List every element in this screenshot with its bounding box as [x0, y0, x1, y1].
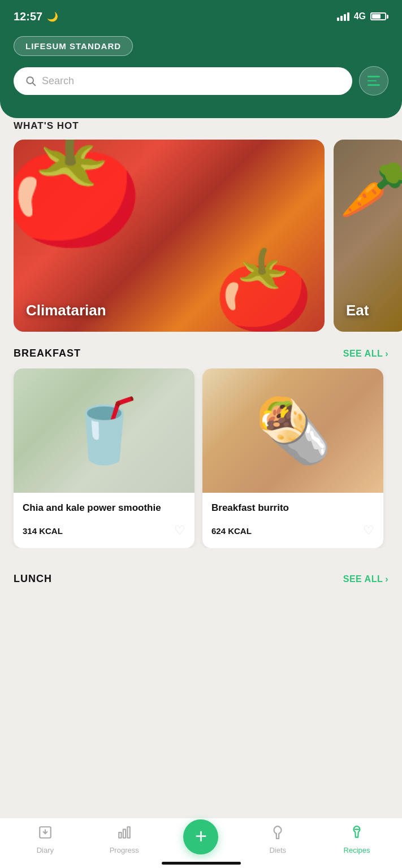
lunch-header: LUNCH SEE ALL › [0, 557, 402, 594]
hot-card-climatarian[interactable]: Climatarian [14, 140, 325, 332]
burrito-kcal: 624 KCAL [211, 526, 252, 536]
search-row: Search [14, 66, 388, 96]
lunch-see-all[interactable]: SEE ALL › [343, 574, 388, 584]
diets-icon [270, 825, 285, 844]
lunch-see-all-text: SEE ALL [343, 574, 383, 584]
status-time: 12:57 [14, 10, 42, 23]
breakfast-recipes-grid: Chia and kale power smoothie 314 KCAL ♡ … [0, 368, 402, 548]
signal-bar-1 [337, 18, 339, 21]
nav-item-diary[interactable]: Diary [25, 825, 65, 854]
status-icons: 4G [337, 11, 388, 21]
signal-bar-2 [340, 16, 343, 21]
search-placeholder: Search [42, 75, 74, 87]
smoothie-info: Chia and kale power smoothie 314 KCAL ♡ [14, 493, 194, 548]
smoothie-meta: 314 KCAL ♡ [23, 523, 185, 538]
smoothie-kcal: 314 KCAL [23, 526, 63, 536]
bottom-nav: Diary Progress + Diets [0, 818, 402, 868]
recipe-card-smoothie[interactable]: Chia and kale power smoothie 314 KCAL ♡ [14, 368, 194, 548]
breakfast-see-all-chevron: › [385, 349, 388, 359]
plan-badge-text: LIFESUM STANDARD [25, 41, 121, 51]
lunch-see-all-chevron: › [385, 574, 388, 584]
recipes-label: Recipes [344, 846, 370, 854]
diary-icon [38, 825, 53, 844]
svg-rect-6 [127, 827, 129, 838]
status-bar: 12:57 🌙 4G [0, 0, 402, 31]
search-bar[interactable]: Search [14, 67, 352, 95]
add-icon: + [195, 826, 207, 847]
plan-badge[interactable]: LIFESUM STANDARD [14, 36, 133, 56]
signal-bar-3 [344, 14, 346, 21]
header: LIFESUM STANDARD Search [0, 31, 402, 118]
diets-label: Diets [269, 846, 286, 854]
nav-item-progress[interactable]: Progress [105, 825, 144, 854]
svg-rect-4 [119, 832, 121, 838]
menu-icon [368, 76, 380, 86]
nav-item-diets[interactable]: Diets [258, 825, 297, 854]
eat-label: Eat [346, 302, 369, 319]
climatarian-label: Climatarian [26, 302, 106, 319]
battery-icon [370, 12, 388, 20]
signal-bars [337, 12, 349, 21]
hot-card-eat[interactable]: Eat [334, 140, 402, 332]
smoothie-heart[interactable]: ♡ [174, 523, 185, 538]
burrito-info: Breakfast burrito 624 KCAL ♡ [202, 493, 383, 548]
whats-hot-scroll: Climatarian Eat [0, 140, 402, 332]
lunch-title: LUNCH [14, 573, 52, 585]
burrito-image [202, 368, 383, 493]
svg-line-1 [33, 83, 36, 86]
breakfast-title: BREAKFAST [14, 348, 81, 359]
burrito-heart[interactable]: ♡ [363, 523, 374, 538]
add-button[interactable]: + [183, 819, 218, 854]
recipes-icon [349, 825, 364, 844]
moon-icon: 🌙 [47, 11, 58, 22]
progress-icon [117, 825, 132, 844]
breakfast-header: BREAKFAST SEE ALL › [0, 332, 402, 368]
home-indicator [162, 862, 241, 865]
smoothie-name: Chia and kale power smoothie [23, 502, 185, 514]
bottom-spacer [0, 594, 402, 662]
burrito-meta: 624 KCAL ♡ [211, 523, 374, 538]
progress-label: Progress [110, 846, 139, 854]
search-icon [25, 75, 36, 86]
main-content: WHAT'S HOT Climatarian Eat BREAKFAST SEE… [0, 107, 402, 662]
nav-item-recipes[interactable]: Recipes [337, 825, 377, 854]
diary-label: Diary [37, 846, 54, 854]
burrito-name: Breakfast burrito [211, 502, 374, 514]
menu-button[interactable] [359, 66, 388, 96]
signal-bar-4 [347, 12, 349, 21]
network-label: 4G [354, 11, 366, 21]
breakfast-see-all-text: SEE ALL [343, 349, 383, 359]
breakfast-see-all[interactable]: SEE ALL › [343, 349, 388, 359]
smoothie-image [14, 368, 194, 493]
recipe-card-burrito[interactable]: Breakfast burrito 624 KCAL ♡ [202, 368, 383, 548]
svg-rect-5 [123, 830, 126, 838]
